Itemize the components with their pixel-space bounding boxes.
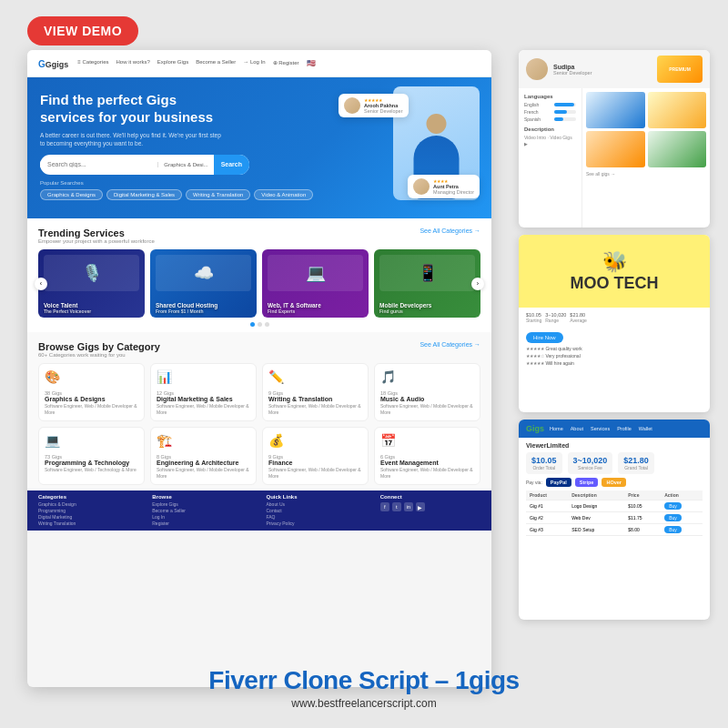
rs1-lang-label-2: French	[524, 109, 551, 115]
tag-marketing[interactable]: Digital Marketing & Sales	[106, 189, 182, 200]
rs3-cell-product-3: Gig #3	[526, 524, 568, 536]
rs3-price-label-1: Order Total	[531, 465, 557, 470]
hero-search-bar[interactable]: Graphics & Desi... Search	[40, 155, 249, 175]
rs3-price-row: $10.05 Order Total 3~10,020 Service Fee …	[526, 452, 703, 474]
footer-link-3-3[interactable]: FAQ	[267, 514, 367, 520]
cat-card-1[interactable]: 🎨 38 Gigs Graphics & Designs Software En…	[38, 363, 145, 421]
footer-link-2-2[interactable]: Become a Seller	[152, 508, 252, 513]
footer-col-2: Browse Explore Gigs Become a Seller Log …	[152, 494, 252, 527]
dot-2	[258, 322, 262, 327]
hover-badge[interactable]: HOver	[602, 478, 626, 487]
footer-link-1-4[interactable]: Writing Translation	[38, 521, 138, 526]
trending-see-all[interactable]: See All Categories →	[420, 228, 480, 234]
categories-see-all[interactable]: See All Categories →	[420, 341, 480, 348]
footer-link-2-1[interactable]: Explore Gigs	[152, 501, 252, 507]
rs1-content: Languages English French Spanish	[519, 88, 710, 228]
paypal-badge[interactable]: PayPal	[546, 478, 571, 487]
rs1-lang-label-3: Spanish	[524, 116, 551, 122]
footer-link-2-4[interactable]: Register	[152, 521, 252, 526]
rs2-review-2: ★★★★☆ Very professional	[526, 353, 703, 359]
rs3-purchase-btn-3[interactable]: Buy	[664, 526, 682, 533]
nav-explore[interactable]: Explore Gigs	[157, 59, 188, 67]
cat-card-6[interactable]: 🏗️ 8 Gigs Engineering & Architecture Sof…	[150, 427, 257, 485]
footer-link-1-1[interactable]: Graphics & Design	[38, 501, 138, 507]
cat-card-3[interactable]: ✏️ 9 Gigs Writing & Translation Software…	[262, 363, 369, 421]
rs3-nav-wallet[interactable]: Wallet	[639, 426, 652, 431]
trending-card-3[interactable]: 💻 Web, IT & Software Find Experts	[262, 249, 369, 318]
footer-link-3-4[interactable]: Privacy Policy	[267, 521, 367, 526]
footer-link-1-2[interactable]: Programming	[38, 508, 138, 513]
trending-card-1[interactable]: 🎙️ Voice Talent The Perfect Voiceover	[38, 249, 145, 318]
rs1-lang-track-1	[554, 103, 576, 106]
trending-card-2[interactable]: ☁️ Shared Cloud Hosting From From $1 / M…	[150, 249, 257, 318]
cat-desc-1: Software Engineer, Web / Mobile Develope…	[45, 403, 138, 415]
linkedin-icon[interactable]: in	[404, 502, 413, 511]
rs2-info: $10.05 Starting 3~10,020 Range $21.80 Av…	[519, 308, 710, 372]
cat-card-4[interactable]: 🎵 18 Gigs Music & Audio Software Enginee…	[374, 363, 480, 421]
rs2-stat-label-2: Range	[545, 318, 566, 323]
tag-writing[interactable]: Writing & Translation	[186, 189, 250, 200]
cat-card-8[interactable]: 📅 6 Gigs Event Management Software Engin…	[374, 427, 480, 485]
footer-link-3-2[interactable]: Contact	[267, 508, 367, 513]
trending-card-4[interactable]: 📱 Mobile Developers Find gurus	[374, 249, 480, 318]
facebook-icon[interactable]: f	[380, 502, 389, 511]
footer-link-3-1[interactable]: About Us	[267, 501, 367, 507]
payment-label: Pay via:	[526, 480, 542, 485]
twitter-icon[interactable]: t	[392, 502, 401, 511]
cat-icon-7: 💰	[268, 433, 287, 451]
footer-col-3-title: Quick Links	[267, 494, 367, 500]
hero-title: Find the perfect Gigs services for your …	[40, 92, 222, 126]
cat-card-2[interactable]: 📊 12 Gigs Digital Marketing & Sales Soft…	[150, 363, 257, 421]
cat-name-4: Music & Audio	[380, 396, 474, 402]
view-demo-badge[interactable]: VIEW DEMO	[27, 16, 138, 46]
rs3-price-label-2: Service Fee	[573, 465, 608, 470]
cat-card-7[interactable]: 💰 9 Gigs Finance Software Engineer, Web …	[262, 427, 369, 485]
cat-desc-8: Software Engineer, Web / Mobile Develope…	[380, 467, 474, 479]
rs1-desc-title: Description	[524, 126, 576, 132]
cat-icon-3: ✏️	[268, 369, 287, 388]
hero-image-area: ★★★★★ Arooh Pakhna Senior Developer ★★★★…	[339, 85, 484, 212]
bottom-text-area: Fiverr Clone Script – 1gigs www.bestfree…	[0, 666, 728, 710]
right-screen-checkout: Gigs Home About Services Profile Wallet …	[519, 420, 710, 620]
hero-card-1: ★★★★★ Arooh Pakhna Senior Developer	[339, 94, 409, 117]
tag-video[interactable]: Video & Animation	[254, 189, 313, 200]
rs1-thumb-2	[648, 92, 707, 128]
rs3-nav-services[interactable]: Services	[591, 426, 610, 431]
rs2-stats-row: $10.05 Starting 3~10,020 Range $21.80 Av…	[526, 312, 703, 323]
rs2-stat-label-1: Starting	[526, 318, 541, 323]
footer-link-2-3[interactable]: Log In	[152, 514, 252, 520]
cat-card-5[interactable]: 💻 73 Gigs Programming & Technology Softw…	[38, 427, 145, 485]
bottom-url: www.bestfreelancerscript.com	[0, 697, 728, 710]
carousel-prev-button[interactable]: ‹	[35, 278, 47, 290]
carousel-next-button[interactable]: ›	[471, 278, 484, 290]
card-info-1: ★★★★★ Arooh Pakhna Senior Developer	[364, 97, 403, 114]
nav-categories[interactable]: ≡ Categories	[77, 59, 108, 67]
nav-seller[interactable]: Become a Seller	[196, 59, 236, 67]
rs1-desc-text: Video Intro · Video Gigs ▶	[524, 135, 576, 147]
rs3-nav-profile[interactable]: Profile	[617, 426, 632, 431]
trending-title-block: Trending Services Empower your project w…	[38, 228, 155, 244]
youtube-icon[interactable]: ▶	[416, 502, 425, 511]
rs3-cell-price-3: $8.00	[624, 524, 661, 536]
search-category[interactable]: Graphics & Desi...	[157, 162, 213, 167]
navbar-logo[interactable]: GGgigs	[38, 56, 68, 70]
search-input[interactable]	[40, 161, 157, 167]
nav-how[interactable]: How it works?	[116, 59, 149, 67]
rs1-lang-fill-2	[554, 110, 567, 114]
tag-graphics[interactable]: Graphics & Designs	[40, 189, 103, 200]
rs3-purchase-btn-1[interactable]: Buy	[664, 502, 682, 510]
rs1-lang-label-1: English	[524, 102, 551, 107]
rs3-nav-about[interactable]: About	[571, 426, 583, 431]
rs3-nav-home[interactable]: Home	[550, 426, 563, 431]
rs1-lang-3: Spanish	[524, 116, 576, 122]
hero-section: Find the perfect Gigs services for your …	[27, 77, 491, 218]
nav-login[interactable]: → Log In	[243, 59, 265, 67]
rs3-purchase-btn-2[interactable]: Buy	[664, 514, 682, 521]
stripe-badge[interactable]: Stripe	[575, 478, 599, 487]
moo-bee-icon: 🐝	[571, 250, 659, 274]
footer-link-1-3[interactable]: Digital Marketing	[38, 514, 138, 520]
hire-now-button[interactable]: Hire Now	[526, 332, 563, 343]
cat-icon-6: 🏗️	[157, 433, 175, 451]
nav-register[interactable]: ⊕ Register	[273, 59, 299, 67]
search-button[interactable]: Search	[214, 155, 249, 175]
